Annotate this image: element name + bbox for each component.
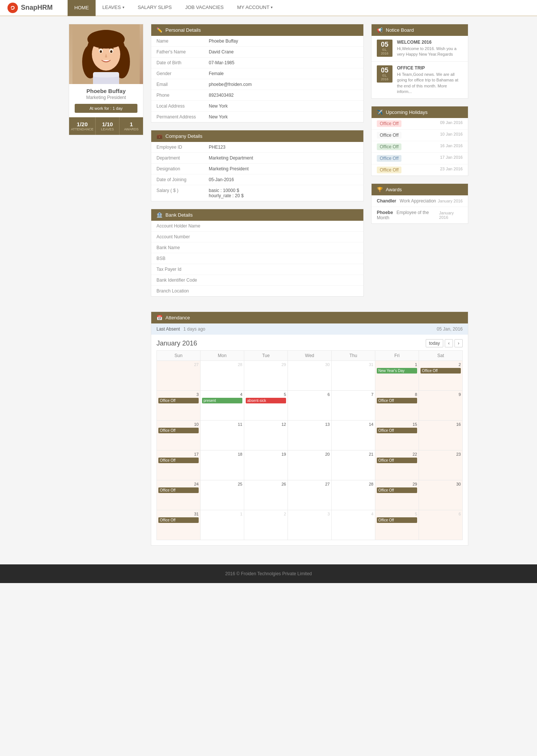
calendar-day-number: 13	[289, 422, 330, 427]
left-sidebar: Phoebe Buffay Marketing President At wor…	[69, 24, 143, 546]
details-row: Account Holder Name	[151, 221, 363, 232]
calendar-cell: 31Office Off	[157, 510, 201, 540]
notice-board-body: 05 01, 2016 WELCOME 2016 Hi,Welcome to 2…	[372, 36, 468, 98]
calendar-day-header: Wed	[288, 351, 332, 361]
award-date: January 2016	[439, 211, 463, 220]
company-details-card: 💼 Company Details Employee IDPHE123Depar…	[151, 130, 364, 201]
awards-title: Awards	[386, 187, 402, 192]
calendar-event: Office Off	[377, 428, 417, 433]
holiday-name: Office Off	[377, 120, 401, 127]
notice-body: OFFICE TRIP Hi Team,Good news. We are al…	[397, 65, 463, 95]
bank-icon: 🏦	[156, 212, 162, 218]
detail-label: Bank Identifier Code	[156, 278, 209, 283]
calendar-day-number: 6	[420, 512, 461, 516]
detail-label: BSB	[156, 256, 209, 261]
details-row: Bank Name	[151, 242, 363, 253]
brand-logo[interactable]: SnapHRM	[7, 3, 53, 13]
nav-link-leaves[interactable]: LEAVES ▾	[96, 0, 131, 16]
calendar-day-number: 28	[333, 482, 373, 486]
detail-label: Email	[156, 82, 209, 87]
svg-point-7	[100, 50, 102, 53]
calendar-day-number: 5	[377, 512, 417, 516]
calendar-cell: 6	[288, 391, 332, 421]
award-person-info: Phoebe Employee of the Month	[377, 210, 439, 220]
notice-date-day: 05	[379, 41, 390, 48]
holidays-header: ✈️ Upcoming Holidays	[372, 106, 468, 118]
calendar-cell: 17Office Off	[157, 450, 201, 480]
two-col: ✏️ Personal Details NamePhoebe BuffayFat…	[151, 24, 468, 304]
detail-label: Branch Location	[156, 288, 209, 294]
calendar-day-number: 15	[377, 422, 417, 427]
calendar-cell: 3Office Off	[157, 391, 201, 421]
calendar-cell: 24Office Off	[157, 480, 201, 510]
calendar-day-number: 4	[333, 512, 373, 516]
holiday-item: Office Off 10 Jan 2016	[372, 130, 468, 141]
detail-label: Father's Name	[156, 49, 209, 55]
prev-month-button[interactable]: ‹	[445, 339, 453, 347]
nav-link-job-vacancies[interactable]: JOB VACANCIES	[179, 0, 230, 16]
calendar-day-number: 19	[246, 452, 286, 456]
calendar-event: Office Off	[377, 398, 417, 403]
calendar-cell: 27	[157, 361, 201, 391]
profile-card: Phoebe Buffay Marketing President At wor…	[69, 24, 143, 135]
company-details-body: Employee IDPHE123DepartmentMarketing Dep…	[151, 142, 363, 201]
calendar-day-number: 18	[202, 452, 242, 456]
bank-details-title: Bank Details	[165, 212, 193, 218]
calendar-cell: 1New Year's Day	[375, 361, 419, 391]
calendar-day-number: 9	[420, 392, 461, 397]
calendar-day-number: 29	[377, 482, 417, 486]
notice-text: Hi Team,Good news. We are all going for …	[397, 72, 463, 95]
detail-label: Bank Name	[156, 245, 209, 250]
calendar-day-number: 3	[158, 392, 199, 397]
calendar-day-number: 22	[377, 452, 417, 456]
right-col: 📢 Notice Board 05 01, 2016 WELCOME 2016 …	[371, 24, 468, 304]
calendar-cell: 30	[288, 361, 332, 391]
nav-link-my-account[interactable]: MY ACCOUNT ▾	[230, 0, 279, 16]
calendar-cell: 9	[419, 391, 463, 421]
calendar-day-number: 29	[246, 362, 286, 367]
attendance-title: Attendance	[165, 315, 190, 320]
details-row: Account Number	[151, 232, 363, 242]
today-button[interactable]: today	[426, 339, 443, 347]
notice-text: Hi,Welcome to 2016. Wish you a very Happ…	[397, 46, 463, 58]
holiday-date: 16 Jan 2016	[440, 143, 463, 150]
detail-label: Account Holder Name	[156, 223, 209, 229]
detail-label: Name	[156, 38, 209, 44]
calendar-day-header: Sun	[157, 351, 201, 361]
calendar-cell: 2Office Off	[419, 361, 463, 391]
nav-link-salary-slips[interactable]: SALARY SLIPS	[131, 0, 179, 16]
details-row: Salary ( $ )basic : 10000 $hourly_rate :…	[151, 185, 363, 201]
calendar-day-number: 20	[289, 452, 330, 456]
profile-avatar	[69, 24, 143, 84]
calendar-cell: 12	[244, 421, 288, 450]
calendar-header: January 2016 today ‹ ›	[151, 335, 468, 350]
calendar-day-number: 21	[333, 452, 373, 456]
notice-date-box: 05 01, 2016	[377, 40, 392, 57]
calendar-day-number: 31	[158, 512, 199, 516]
calendar-event: present	[202, 398, 242, 403]
nav-link-home[interactable]: HOME	[68, 0, 96, 16]
calendar-day-header: Sat	[419, 351, 463, 361]
holiday-date: 23 Jan 2016	[440, 167, 463, 173]
detail-label: Date of Birth	[156, 60, 209, 65]
calendar-day-number: 27	[289, 482, 330, 486]
stat-item-awards: 1AWARDS	[119, 117, 143, 135]
next-month-button[interactable]: ›	[454, 339, 463, 347]
left-col: ✏️ Personal Details NamePhoebe BuffayFat…	[151, 24, 364, 304]
holiday-item: Office Off 17 Jan 2016	[372, 153, 468, 164]
details-row: DesignationMarketing President	[151, 164, 363, 174]
notice-item: 05 01, 2016 OFFICE TRIP Hi Team,Good new…	[372, 62, 468, 99]
calendar-event: Office Off	[377, 458, 417, 463]
detail-label: Tax Payer Id	[156, 267, 209, 272]
attendance-date: 05 Jan, 2016	[437, 326, 463, 332]
holiday-name: Office Off	[377, 143, 401, 150]
detail-value: PHE123	[209, 145, 226, 150]
last-absent-label: Last Absent	[156, 326, 180, 332]
stat-value: 1/20	[71, 121, 93, 127]
calendar-day-number: 6	[289, 392, 330, 397]
holiday-item: Office Off 23 Jan 2016	[372, 164, 468, 176]
award-date: January 2016	[438, 199, 463, 203]
footer-text: 2016 © Froiden Technolgies Private Limit…	[225, 571, 312, 576]
calendar-cell: 29Office Off	[375, 480, 419, 510]
details-row: Father's NameDavid Crane	[151, 47, 363, 58]
